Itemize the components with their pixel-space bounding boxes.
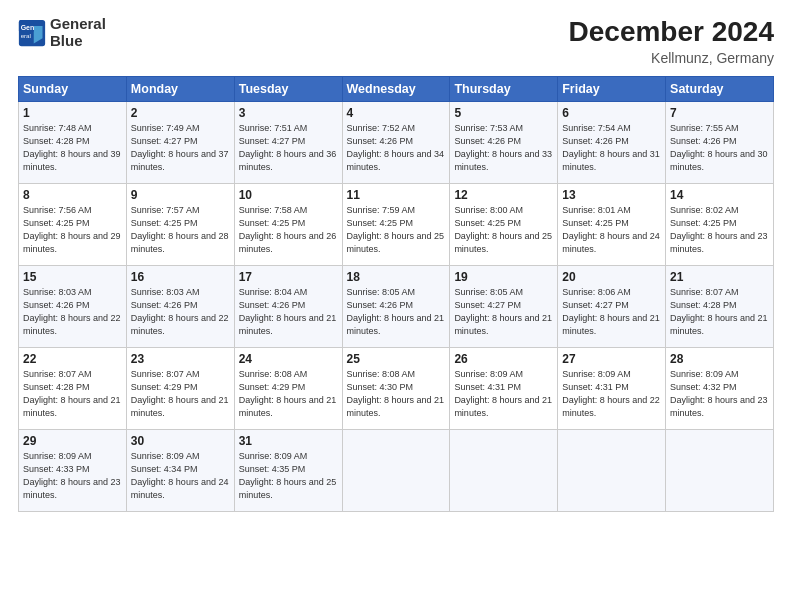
title-block: December 2024 Kellmunz, Germany xyxy=(569,16,774,66)
day-info: Sunrise: 8:03 AM Sunset: 4:26 PM Dayligh… xyxy=(131,286,230,338)
day-info: Sunrise: 8:09 AM Sunset: 4:31 PM Dayligh… xyxy=(562,368,661,420)
col-header-friday: Friday xyxy=(558,77,666,102)
day-number: 26 xyxy=(454,352,553,366)
day-number: 12 xyxy=(454,188,553,202)
day-number: 6 xyxy=(562,106,661,120)
calendar-cell xyxy=(558,430,666,512)
day-number: 7 xyxy=(670,106,769,120)
day-info: Sunrise: 8:02 AM Sunset: 4:25 PM Dayligh… xyxy=(670,204,769,256)
calendar-cell: 24Sunrise: 8:08 AM Sunset: 4:29 PM Dayli… xyxy=(234,348,342,430)
week-row-1: 1Sunrise: 7:48 AM Sunset: 4:28 PM Daylig… xyxy=(19,102,774,184)
day-number: 31 xyxy=(239,434,338,448)
day-info: Sunrise: 7:57 AM Sunset: 4:25 PM Dayligh… xyxy=(131,204,230,256)
week-row-3: 15Sunrise: 8:03 AM Sunset: 4:26 PM Dayli… xyxy=(19,266,774,348)
day-number: 29 xyxy=(23,434,122,448)
day-info: Sunrise: 7:53 AM Sunset: 4:26 PM Dayligh… xyxy=(454,122,553,174)
day-info: Sunrise: 8:09 AM Sunset: 4:33 PM Dayligh… xyxy=(23,450,122,502)
day-number: 13 xyxy=(562,188,661,202)
calendar-cell: 2Sunrise: 7:49 AM Sunset: 4:27 PM Daylig… xyxy=(126,102,234,184)
calendar-cell: 21Sunrise: 8:07 AM Sunset: 4:28 PM Dayli… xyxy=(666,266,774,348)
day-number: 18 xyxy=(347,270,446,284)
calendar-cell: 12Sunrise: 8:00 AM Sunset: 4:25 PM Dayli… xyxy=(450,184,558,266)
day-number: 27 xyxy=(562,352,661,366)
day-number: 4 xyxy=(347,106,446,120)
calendar-cell: 8Sunrise: 7:56 AM Sunset: 4:25 PM Daylig… xyxy=(19,184,127,266)
day-info: Sunrise: 8:00 AM Sunset: 4:25 PM Dayligh… xyxy=(454,204,553,256)
day-number: 11 xyxy=(347,188,446,202)
day-info: Sunrise: 7:56 AM Sunset: 4:25 PM Dayligh… xyxy=(23,204,122,256)
day-info: Sunrise: 8:08 AM Sunset: 4:29 PM Dayligh… xyxy=(239,368,338,420)
calendar-table: SundayMondayTuesdayWednesdayThursdayFrid… xyxy=(18,76,774,512)
day-info: Sunrise: 8:09 AM Sunset: 4:31 PM Dayligh… xyxy=(454,368,553,420)
calendar-cell: 20Sunrise: 8:06 AM Sunset: 4:27 PM Dayli… xyxy=(558,266,666,348)
logo-line2: Blue xyxy=(50,33,106,50)
day-number: 15 xyxy=(23,270,122,284)
week-row-4: 22Sunrise: 8:07 AM Sunset: 4:28 PM Dayli… xyxy=(19,348,774,430)
day-number: 24 xyxy=(239,352,338,366)
day-info: Sunrise: 8:09 AM Sunset: 4:32 PM Dayligh… xyxy=(670,368,769,420)
day-info: Sunrise: 7:49 AM Sunset: 4:27 PM Dayligh… xyxy=(131,122,230,174)
day-info: Sunrise: 8:01 AM Sunset: 4:25 PM Dayligh… xyxy=(562,204,661,256)
day-number: 8 xyxy=(23,188,122,202)
calendar-cell: 10Sunrise: 7:58 AM Sunset: 4:25 PM Dayli… xyxy=(234,184,342,266)
day-number: 21 xyxy=(670,270,769,284)
day-info: Sunrise: 7:58 AM Sunset: 4:25 PM Dayligh… xyxy=(239,204,338,256)
calendar-cell: 17Sunrise: 8:04 AM Sunset: 4:26 PM Dayli… xyxy=(234,266,342,348)
calendar-cell xyxy=(342,430,450,512)
calendar-cell: 18Sunrise: 8:05 AM Sunset: 4:26 PM Dayli… xyxy=(342,266,450,348)
day-info: Sunrise: 7:55 AM Sunset: 4:26 PM Dayligh… xyxy=(670,122,769,174)
calendar-cell: 31Sunrise: 8:09 AM Sunset: 4:35 PM Dayli… xyxy=(234,430,342,512)
day-number: 3 xyxy=(239,106,338,120)
col-header-monday: Monday xyxy=(126,77,234,102)
day-info: Sunrise: 8:07 AM Sunset: 4:28 PM Dayligh… xyxy=(23,368,122,420)
day-info: Sunrise: 8:07 AM Sunset: 4:29 PM Dayligh… xyxy=(131,368,230,420)
week-row-2: 8Sunrise: 7:56 AM Sunset: 4:25 PM Daylig… xyxy=(19,184,774,266)
day-number: 16 xyxy=(131,270,230,284)
day-number: 5 xyxy=(454,106,553,120)
calendar-cell: 13Sunrise: 8:01 AM Sunset: 4:25 PM Dayli… xyxy=(558,184,666,266)
calendar-cell: 15Sunrise: 8:03 AM Sunset: 4:26 PM Dayli… xyxy=(19,266,127,348)
day-number: 17 xyxy=(239,270,338,284)
day-info: Sunrise: 8:09 AM Sunset: 4:35 PM Dayligh… xyxy=(239,450,338,502)
day-number: 19 xyxy=(454,270,553,284)
calendar-cell xyxy=(450,430,558,512)
day-number: 1 xyxy=(23,106,122,120)
col-header-tuesday: Tuesday xyxy=(234,77,342,102)
col-header-thursday: Thursday xyxy=(450,77,558,102)
day-number: 20 xyxy=(562,270,661,284)
calendar-cell: 16Sunrise: 8:03 AM Sunset: 4:26 PM Dayli… xyxy=(126,266,234,348)
calendar-cell: 29Sunrise: 8:09 AM Sunset: 4:33 PM Dayli… xyxy=(19,430,127,512)
week-row-5: 29Sunrise: 8:09 AM Sunset: 4:33 PM Dayli… xyxy=(19,430,774,512)
calendar-cell: 27Sunrise: 8:09 AM Sunset: 4:31 PM Dayli… xyxy=(558,348,666,430)
day-info: Sunrise: 7:51 AM Sunset: 4:27 PM Dayligh… xyxy=(239,122,338,174)
svg-text:eral: eral xyxy=(21,32,31,39)
day-number: 9 xyxy=(131,188,230,202)
calendar-cell: 28Sunrise: 8:09 AM Sunset: 4:32 PM Dayli… xyxy=(666,348,774,430)
calendar-cell: 9Sunrise: 7:57 AM Sunset: 4:25 PM Daylig… xyxy=(126,184,234,266)
day-number: 28 xyxy=(670,352,769,366)
day-number: 30 xyxy=(131,434,230,448)
logo-line1: General xyxy=(50,16,106,33)
day-info: Sunrise: 8:05 AM Sunset: 4:27 PM Dayligh… xyxy=(454,286,553,338)
day-number: 22 xyxy=(23,352,122,366)
calendar-cell: 22Sunrise: 8:07 AM Sunset: 4:28 PM Dayli… xyxy=(19,348,127,430)
day-number: 23 xyxy=(131,352,230,366)
calendar-cell xyxy=(666,430,774,512)
col-header-wednesday: Wednesday xyxy=(342,77,450,102)
calendar-cell: 11Sunrise: 7:59 AM Sunset: 4:25 PM Dayli… xyxy=(342,184,450,266)
calendar-cell: 4Sunrise: 7:52 AM Sunset: 4:26 PM Daylig… xyxy=(342,102,450,184)
calendar-cell: 19Sunrise: 8:05 AM Sunset: 4:27 PM Dayli… xyxy=(450,266,558,348)
col-header-sunday: Sunday xyxy=(19,77,127,102)
day-info: Sunrise: 8:08 AM Sunset: 4:30 PM Dayligh… xyxy=(347,368,446,420)
day-info: Sunrise: 7:48 AM Sunset: 4:28 PM Dayligh… xyxy=(23,122,122,174)
day-number: 25 xyxy=(347,352,446,366)
day-number: 14 xyxy=(670,188,769,202)
header-row: SundayMondayTuesdayWednesdayThursdayFrid… xyxy=(19,77,774,102)
day-info: Sunrise: 7:59 AM Sunset: 4:25 PM Dayligh… xyxy=(347,204,446,256)
day-number: 10 xyxy=(239,188,338,202)
logo-icon: Gen eral xyxy=(18,19,46,47)
calendar-cell: 14Sunrise: 8:02 AM Sunset: 4:25 PM Dayli… xyxy=(666,184,774,266)
day-info: Sunrise: 8:05 AM Sunset: 4:26 PM Dayligh… xyxy=(347,286,446,338)
svg-text:Gen: Gen xyxy=(21,23,35,30)
month-title: December 2024 xyxy=(569,16,774,48)
